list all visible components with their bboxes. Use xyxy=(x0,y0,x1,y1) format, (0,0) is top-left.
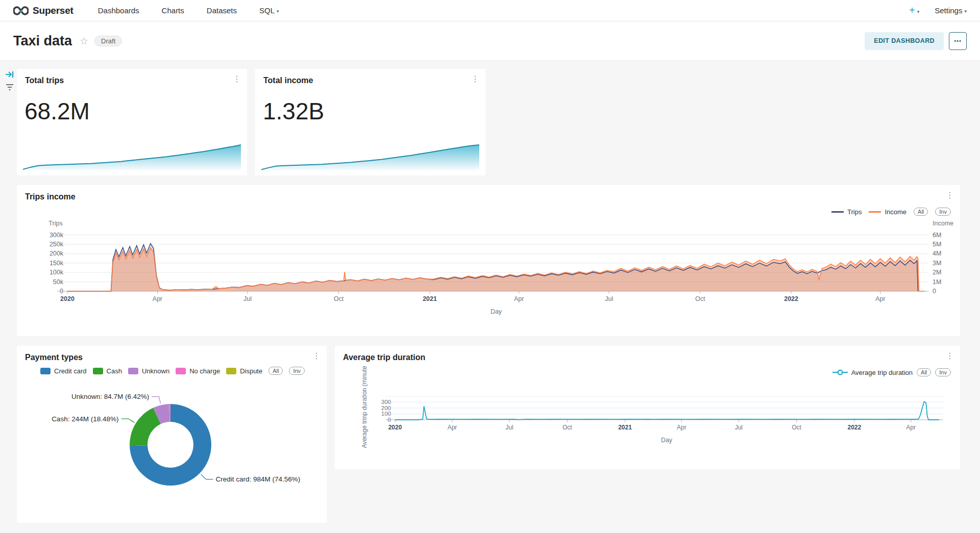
svg-text:Apr: Apr xyxy=(448,424,457,431)
svg-text:Oct: Oct xyxy=(695,295,705,302)
svg-text:250k: 250k xyxy=(50,241,64,248)
svg-text:0: 0 xyxy=(388,417,391,423)
edit-dashboard-button[interactable]: EDIT DASHBOARD xyxy=(865,32,944,50)
panel-total-income: Total income ⋮ 1.32B xyxy=(255,69,485,175)
status-badge: Draft xyxy=(94,36,122,46)
expand-filter-bar-icon[interactable] xyxy=(5,70,15,81)
svg-text:1M: 1M xyxy=(933,278,941,286)
svg-text:2M: 2M xyxy=(933,269,941,276)
svg-text:Jul: Jul xyxy=(243,295,252,302)
panel-payment-types: Payment types ⋮ Credit card Cash Unknown… xyxy=(17,346,327,523)
svg-text:4M: 4M xyxy=(933,250,941,257)
chart-title: Total income xyxy=(263,76,313,85)
svg-text:Unknown: 84.7M (6.42%): Unknown: 84.7M (6.42%) xyxy=(71,393,149,400)
svg-text:3M: 3M xyxy=(933,260,941,267)
infinity-logo-icon xyxy=(13,6,29,15)
income-sparkline-chart[interactable] xyxy=(261,142,479,171)
chart-menu-kebab-icon[interactable]: ⋮ xyxy=(233,75,241,83)
svg-text:Apr: Apr xyxy=(677,424,687,431)
nav-item-charts[interactable]: Charts xyxy=(162,6,184,15)
svg-text:Jul: Jul xyxy=(605,295,613,302)
svg-text:2020: 2020 xyxy=(388,424,402,431)
svg-text:Credit card: 984M (74.56%): Credit card: 984M (74.56%) xyxy=(216,475,301,483)
svg-text:Jul: Jul xyxy=(505,424,513,431)
dashboard-more-button[interactable]: ••• xyxy=(949,32,967,50)
svg-text:Oct: Oct xyxy=(562,424,572,431)
favorite-star-icon[interactable]: ☆ xyxy=(80,35,88,47)
nav-item-sql[interactable]: SQL▾ xyxy=(259,6,279,15)
svg-text:Trips: Trips xyxy=(48,220,62,227)
chart-menu-kebab-icon[interactable]: ⋮ xyxy=(471,75,479,83)
svg-text:6M: 6M xyxy=(933,232,941,239)
chart-title: Total trips xyxy=(25,76,64,85)
svg-text:Apr: Apr xyxy=(906,424,916,431)
svg-text:150k: 150k xyxy=(50,260,64,267)
svg-text:0: 0 xyxy=(933,288,936,295)
dashboard-canvas: Total trips ⋮ 68.2M Total income ⋮ 1.32B… xyxy=(0,61,980,533)
trips-income-chart[interactable]: 300k250k200k150k100k50k06M5M4M3M2M1M0202… xyxy=(17,185,960,336)
superset-logo[interactable]: Superset xyxy=(13,5,74,16)
svg-text:2022: 2022 xyxy=(848,424,862,431)
filter-icon[interactable] xyxy=(5,83,15,93)
avg-trip-duration-chart[interactable]: 30020010002020AprJulOct2021AprJulOct2022… xyxy=(335,346,960,469)
svg-text:Day: Day xyxy=(491,308,502,315)
panel-avg-trip-duration: Average trip duration ⋮ Average trip dur… xyxy=(335,346,960,469)
svg-text:Oct: Oct xyxy=(792,424,801,431)
new-item-button[interactable]: +▾ xyxy=(909,5,919,16)
svg-text:Apr: Apr xyxy=(153,295,162,302)
brand-name: Superset xyxy=(33,5,74,16)
dashboard-header: Taxi data ☆ Draft EDIT DASHBOARD ••• xyxy=(0,21,980,61)
svg-text:Oct: Oct xyxy=(334,295,344,302)
chevron-down-icon: ▾ xyxy=(277,9,279,14)
svg-text:200: 200 xyxy=(381,405,391,411)
page-title: Taxi data xyxy=(13,33,72,49)
svg-text:200k: 200k xyxy=(50,250,64,257)
svg-text:2022: 2022 xyxy=(784,295,798,302)
chevron-down-icon: ▾ xyxy=(964,9,967,14)
svg-text:2021: 2021 xyxy=(423,295,437,302)
big-number-value: 1.32B xyxy=(263,97,324,125)
nav-item-dashboards[interactable]: Dashboards xyxy=(98,6,139,15)
big-number-value: 68.2M xyxy=(24,97,90,125)
trips-sparkline-chart[interactable] xyxy=(23,142,241,171)
svg-text:Jul: Jul xyxy=(735,424,743,431)
settings-menu[interactable]: Settings▾ xyxy=(935,6,967,15)
svg-text:5M: 5M xyxy=(933,241,941,248)
chevron-down-icon: ▾ xyxy=(917,9,920,14)
panel-total-trips: Total trips ⋮ 68.2M xyxy=(17,69,247,175)
svg-text:2020: 2020 xyxy=(60,295,75,302)
svg-text:Income: Income xyxy=(933,220,953,227)
svg-text:100: 100 xyxy=(381,411,391,417)
svg-text:300: 300 xyxy=(381,399,391,405)
nav-item-datasets[interactable]: Datasets xyxy=(207,6,237,15)
svg-text:50k: 50k xyxy=(53,278,64,286)
top-navigation-bar: Superset Dashboards Charts Datasets SQL▾… xyxy=(0,0,980,21)
payment-types-donut-chart[interactable]: Credit card: 984M (74.56%)Cash: 244M (18… xyxy=(17,346,327,523)
panel-trips-income: Trips income ⋮ Trips Income All Inv 300k… xyxy=(17,185,960,336)
svg-text:300k: 300k xyxy=(50,232,64,239)
svg-text:Apr: Apr xyxy=(514,295,524,302)
svg-text:Apr: Apr xyxy=(875,295,885,302)
svg-text:100k: 100k xyxy=(50,269,64,276)
svg-text:Day: Day xyxy=(661,437,673,444)
svg-text:Average trinp duration (minute: Average trinp duration (minute xyxy=(361,366,368,448)
svg-text:2021: 2021 xyxy=(618,424,632,431)
svg-text:Cash: 244M (18.48%): Cash: 244M (18.48%) xyxy=(52,415,118,423)
